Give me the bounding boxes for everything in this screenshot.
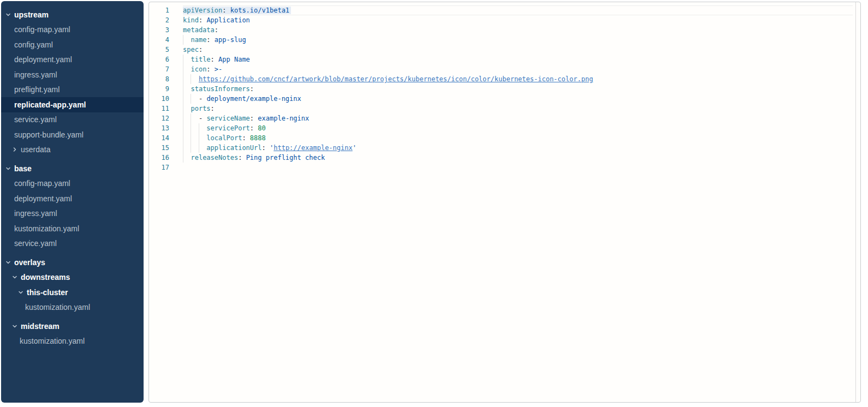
sidebar-item-label: kustomization.yaml (20, 337, 85, 345)
code-line-6[interactable]: 6 title: App Name (149, 55, 860, 64)
url-link[interactable]: http://example-nginx (274, 144, 353, 152)
code-line-2[interactable]: 2kind: Application (149, 15, 860, 25)
code-line-12[interactable]: 12 - serviceName: example-nginx (149, 113, 860, 123)
code-token (266, 144, 270, 152)
code-token: metadata (183, 26, 215, 34)
code-line-4[interactable]: 4 name: app-slug (149, 35, 860, 45)
sidebar-item-ingress-yaml[interactable]: ingress.yaml (1, 67, 144, 82)
chevron-down-icon (5, 260, 11, 265)
code-line-content: title: App Name (183, 55, 853, 64)
code-line-5[interactable]: 5spec: (149, 45, 860, 55)
sidebar-item-label: userdata (21, 145, 50, 154)
code-token: ' (353, 144, 356, 152)
indent-guide (199, 143, 199, 153)
code-token (215, 56, 218, 63)
code-token (183, 65, 191, 73)
sidebar-item-midstream[interactable]: midstream (1, 319, 144, 334)
code-token: title (191, 56, 210, 63)
sidebar-item-label: replicated-app.yaml (14, 100, 86, 109)
code-line-10[interactable]: 10 - deployment/example-nginx (149, 94, 860, 104)
sidebar-item-service-yaml[interactable]: service.yaml (1, 236, 144, 252)
sidebar-item-kustomization-yaml[interactable]: kustomization.yaml (1, 300, 144, 315)
code-token: 8888 (250, 134, 266, 142)
code-line-9[interactable]: 9 statusInformers: (149, 84, 860, 94)
code-line-13[interactable]: 13 servicePort: 80 (149, 123, 860, 133)
code-line-17[interactable]: 17 (149, 163, 860, 172)
file-tree-sidebar: upstreamconfig-map.yamlconfig.yamldeploy… (1, 1, 144, 403)
indent-guide (183, 104, 183, 113)
sidebar-item-label: deployment.yaml (14, 55, 72, 64)
code-line-8[interactable]: 8 https://github.com/cncf/artwork/blob/m… (149, 74, 860, 84)
sidebar-item-label: base (14, 164, 32, 173)
sidebar-item-config-yaml[interactable]: config.yaml (1, 37, 144, 52)
sidebar-item-replicated-app-yaml[interactable]: replicated-app.yaml (1, 97, 144, 112)
sidebar-item-this-cluster[interactable]: this-cluster (1, 285, 144, 300)
indent-guide (191, 94, 191, 104)
sidebar-item-service-yaml[interactable]: service.yaml (1, 112, 144, 128)
code-line-7[interactable]: 7 icon: >- (149, 64, 860, 74)
url-link[interactable]: https://github.com/cncf/artwork/blob/mas… (199, 75, 593, 83)
code-line-3[interactable]: 3metadata: (149, 25, 860, 35)
sidebar-item-upstream[interactable]: upstream (1, 7, 144, 22)
line-number: 1 (149, 5, 169, 15)
line-number: 5 (149, 45, 169, 55)
code-line-11[interactable]: 11 ports: (149, 104, 860, 113)
code-token (246, 134, 250, 142)
code-line-content: icon: >- (183, 64, 853, 74)
code-token: kind (183, 16, 199, 24)
sidebar-item-preflight-yaml[interactable]: preflight.yaml (1, 82, 144, 98)
code-line-content: spec: (183, 45, 853, 55)
code-token (211, 36, 215, 44)
indent-guide (191, 123, 191, 133)
indent-guide (183, 143, 183, 153)
sidebar-item-support-bundle-yaml[interactable]: support-bundle.yaml (1, 127, 144, 142)
sidebar-item-kustomization-yaml[interactable]: kustomization.yaml (1, 221, 144, 236)
line-number: 11 (149, 104, 169, 113)
code-token: Ping preflight check (246, 154, 325, 161)
sidebar-item-config-map-yaml[interactable]: config-map.yaml (1, 176, 144, 191)
code-line-content: kind: Application (183, 15, 853, 25)
line-number: 2 (149, 15, 169, 25)
code-token: : (250, 85, 254, 93)
sidebar-item-deployment-yaml[interactable]: deployment.yaml (1, 191, 144, 206)
indent-guide (183, 94, 183, 104)
sidebar-item-config-map-yaml[interactable]: config-map.yaml (1, 22, 144, 38)
code-line-content: applicationUrl: 'http://example-nginx' (183, 143, 853, 153)
code-token: releaseNotes (191, 154, 238, 161)
sidebar-item-userdata[interactable]: userdata (1, 142, 144, 158)
code-line-content: releaseNotes: Ping preflight check (183, 153, 853, 163)
sidebar-item-kustomization-yaml[interactable]: kustomization.yaml (1, 334, 144, 349)
chevron-down-icon (12, 324, 17, 329)
code-token: : (211, 56, 215, 63)
line-number: 3 (149, 25, 169, 35)
code-editor[interactable]: 1apiVersion: kots.io/v1beta12kind: Appli… (148, 2, 861, 403)
code-line-1[interactable]: 1apiVersion: kots.io/v1beta1 (149, 5, 860, 15)
code-line-14[interactable]: 14 localPort: 8888 (149, 133, 860, 143)
sidebar-item-deployment-yaml[interactable]: deployment.yaml (1, 52, 144, 68)
chevron-right-icon (12, 147, 17, 152)
indent-guide (199, 133, 199, 143)
line-number: 4 (149, 35, 169, 45)
code-line-content: ports: (183, 104, 853, 113)
code-token (183, 134, 206, 142)
code-line-16[interactable]: 16 releaseNotes: Ping preflight check (149, 153, 860, 163)
chevron-down-icon (18, 290, 23, 295)
indent-guide (191, 133, 191, 143)
sidebar-item-downstreams[interactable]: downstreams (1, 270, 144, 285)
code-token (183, 154, 191, 161)
code-token: name (191, 36, 206, 44)
line-number: 9 (149, 84, 169, 94)
sidebar-item-base[interactable]: base (1, 161, 144, 176)
indent-guide (183, 55, 183, 64)
sidebar-item-ingress-yaml[interactable]: ingress.yaml (1, 206, 144, 222)
code-token (211, 65, 215, 73)
indent-guide (183, 74, 183, 84)
line-number: 17 (149, 163, 169, 172)
code-token: : (215, 26, 218, 34)
code-line-15[interactable]: 15 applicationUrl: 'http://example-nginx… (149, 143, 860, 153)
indent-guide (191, 113, 191, 123)
code-token (183, 56, 191, 63)
sidebar-item-overlays[interactable]: overlays (1, 255, 144, 270)
code-token: servicePort (206, 124, 249, 132)
sidebar-item-label: config-map.yaml (14, 179, 70, 188)
